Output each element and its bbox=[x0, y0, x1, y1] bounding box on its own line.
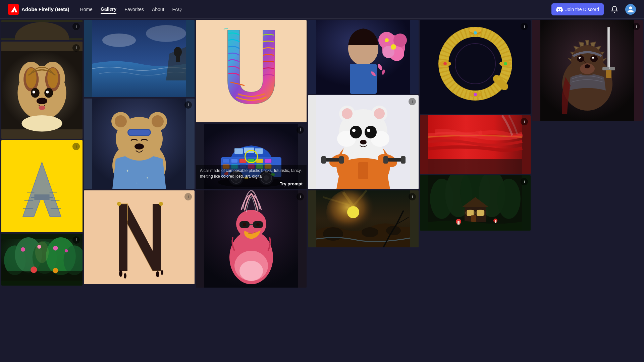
notifications-button[interactable] bbox=[609, 4, 620, 15]
tile-dog[interactable]: i bbox=[1, 42, 83, 139]
svg-rect-80 bbox=[265, 159, 271, 163]
gallery-col-2: ✦ ✦ ✦ i bbox=[84, 20, 195, 284]
svg-point-44 bbox=[31, 266, 37, 273]
svg-text:✦: ✦ bbox=[146, 176, 149, 180]
svg-point-39 bbox=[53, 246, 58, 251]
tile-letter-n[interactable]: i bbox=[84, 190, 195, 284]
svg-point-169 bbox=[474, 31, 477, 35]
svg-point-110 bbox=[256, 223, 260, 226]
svg-rect-75 bbox=[223, 159, 229, 163]
try-prompt-button[interactable]: Try prompt bbox=[200, 181, 303, 186]
tile-letter-a[interactable]: i bbox=[1, 140, 83, 232]
hamster-image bbox=[308, 95, 419, 189]
navbar-right-actions: Join the Discord bbox=[551, 3, 636, 15]
svg-point-155 bbox=[386, 226, 401, 235]
svg-point-14 bbox=[46, 91, 49, 94]
letter-a-info-badge[interactable]: i bbox=[72, 143, 80, 150]
nav-links: Home Gallery Favorites About FAQ bbox=[80, 5, 551, 14]
gallery-container: i bbox=[0, 19, 644, 289]
forest-image bbox=[420, 175, 531, 231]
landscape-info-badge[interactable]: i bbox=[409, 193, 416, 200]
svg-point-49 bbox=[174, 47, 182, 57]
svg-point-40 bbox=[65, 249, 68, 252]
tile-dog-partial[interactable]: i bbox=[1, 20, 83, 40]
svg-rect-71 bbox=[204, 20, 298, 122]
svg-point-56 bbox=[115, 115, 127, 127]
tile-letter-q[interactable]: i bbox=[420, 20, 531, 114]
svg-point-41 bbox=[35, 241, 49, 263]
discord-button[interactable]: Join the Discord bbox=[551, 3, 604, 15]
svg-rect-79 bbox=[256, 159, 263, 163]
car-info-badge[interactable]: i bbox=[297, 126, 304, 134]
tile-red-painting[interactable]: i bbox=[420, 115, 531, 174]
info-badge[interactable]: i bbox=[72, 23, 80, 30]
svg-text:✦: ✦ bbox=[126, 169, 129, 173]
tile-jungle[interactable]: i bbox=[1, 234, 83, 286]
dog-info-badge[interactable]: i bbox=[72, 44, 80, 52]
svg-point-212 bbox=[590, 55, 598, 62]
nav-gallery[interactable]: Gallery bbox=[101, 5, 116, 14]
svg-rect-59 bbox=[128, 130, 150, 135]
svg-point-109 bbox=[243, 223, 246, 226]
discord-btn-label: Join the Discord bbox=[566, 7, 599, 12]
svg-point-191 bbox=[465, 209, 475, 216]
svg-point-11 bbox=[31, 88, 40, 98]
nav-home[interactable]: Home bbox=[80, 5, 93, 13]
tile-letter-u[interactable] bbox=[196, 20, 307, 122]
svg-point-37 bbox=[21, 247, 25, 252]
svg-point-176 bbox=[497, 77, 500, 80]
svg-rect-92 bbox=[255, 148, 263, 154]
gallery-col-3: A car made of composable plastic bricks,… bbox=[196, 20, 307, 288]
jungle-image bbox=[1, 234, 83, 286]
letter-q-image bbox=[420, 20, 531, 114]
red-painting-info-badge[interactable]: i bbox=[521, 118, 528, 125]
svg-rect-129 bbox=[358, 162, 368, 179]
logo-area[interactable]: Adobe Firefly (Beta) bbox=[8, 4, 69, 15]
svg-point-66 bbox=[124, 273, 126, 279]
svg-rect-50 bbox=[176, 56, 180, 62]
svg-point-118 bbox=[393, 34, 407, 47]
svg-point-153 bbox=[323, 227, 343, 241]
user-avatar[interactable] bbox=[625, 4, 636, 15]
svg-point-17 bbox=[22, 115, 62, 131]
tile-teddy[interactable]: ✦ ✦ ✦ i bbox=[84, 99, 195, 189]
svg-rect-91 bbox=[244, 148, 254, 153]
tile-person[interactable] bbox=[308, 20, 419, 94]
letter-q-info-badge[interactable]: i bbox=[521, 23, 528, 30]
svg-point-13 bbox=[33, 91, 35, 94]
gallery-col-1: i bbox=[1, 20, 83, 286]
svg-rect-149 bbox=[401, 156, 406, 164]
tile-hamster[interactable]: i bbox=[308, 95, 419, 189]
svg-rect-148 bbox=[383, 156, 388, 164]
svg-point-174 bbox=[492, 39, 495, 42]
svg-point-112 bbox=[239, 261, 263, 281]
svg-rect-115 bbox=[350, 64, 377, 94]
hedgehog-info-badge[interactable]: i bbox=[633, 23, 640, 30]
tile-bricks-car[interactable]: A car made of composable plastic bricks,… bbox=[196, 124, 307, 189]
svg-point-171 bbox=[504, 62, 507, 65]
svg-text:✦: ✦ bbox=[136, 182, 138, 185]
svg-rect-194 bbox=[458, 221, 460, 225]
flamingo-info-badge[interactable]: i bbox=[297, 193, 304, 200]
svg-point-213 bbox=[579, 57, 581, 59]
svg-point-47 bbox=[102, 34, 136, 47]
nav-about[interactable]: About bbox=[152, 5, 164, 13]
nav-favorites[interactable]: Favorites bbox=[124, 5, 144, 13]
letter-n-info-badge[interactable]: i bbox=[184, 193, 192, 200]
svg-point-121 bbox=[391, 44, 396, 50]
tile-landscape[interactable]: i bbox=[308, 190, 419, 247]
forest-info-badge[interactable]: i bbox=[521, 178, 528, 185]
hamster-info-badge[interactable]: i bbox=[409, 98, 416, 105]
teddy-info-badge[interactable]: i bbox=[184, 101, 192, 109]
nav-faq[interactable]: FAQ bbox=[172, 5, 182, 13]
svg-point-122 bbox=[385, 38, 389, 42]
flamingo-image bbox=[196, 190, 307, 288]
svg-point-152 bbox=[347, 206, 359, 218]
tile-flamingo[interactable]: i bbox=[196, 190, 307, 288]
svg-point-141 bbox=[352, 129, 356, 132]
tile-forest[interactable]: i bbox=[420, 175, 531, 231]
jungle-info-badge[interactable]: i bbox=[72, 236, 80, 244]
tile-hedgehog[interactable]: i bbox=[532, 20, 643, 121]
tile-ocean[interactable] bbox=[84, 20, 195, 97]
hedgehog-image bbox=[532, 20, 643, 121]
